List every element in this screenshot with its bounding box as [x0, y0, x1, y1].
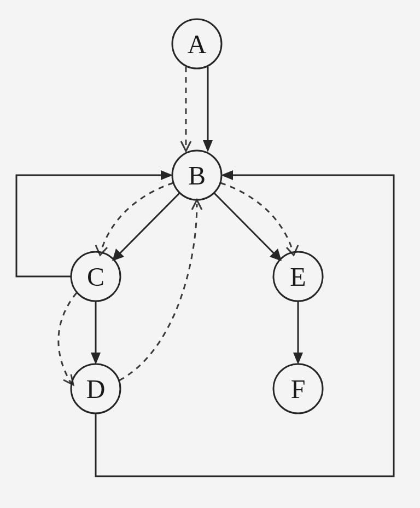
- node-B: B: [172, 151, 221, 200]
- edge-C-D-dashed: [59, 293, 77, 385]
- node-C: C: [71, 252, 120, 301]
- node-D: D: [71, 364, 120, 413]
- node-A-label: A: [188, 30, 207, 59]
- node-A: A: [172, 19, 221, 68]
- node-E: E: [273, 252, 323, 301]
- edge-A-B-dashed: [181, 67, 191, 151]
- svg-line-3: [116, 193, 180, 257]
- edge-B-C-dashed: [96, 183, 173, 255]
- svg-marker-11: [161, 170, 173, 180]
- svg-marker-12: [221, 170, 233, 180]
- node-C-label: C: [87, 262, 104, 291]
- edge-B-C-solid: [112, 193, 180, 261]
- svg-marker-8: [91, 353, 101, 365]
- node-B-label: B: [188, 161, 206, 190]
- edge-C-D-solid: [91, 301, 101, 365]
- edge-B-E-solid: [214, 193, 282, 261]
- svg-marker-1: [203, 140, 213, 152]
- edge-E-F-solid: [293, 301, 303, 365]
- edge-D-B-dashed: [119, 200, 202, 380]
- graph-diagram: A B C D E F: [0, 0, 420, 508]
- edge-B-E-dashed: [220, 183, 298, 255]
- node-D-label: D: [86, 374, 106, 403]
- svg-line-5: [214, 193, 278, 257]
- node-E-label: E: [290, 262, 306, 291]
- edge-A-B-solid: [203, 67, 213, 152]
- edge-D-B-ortho: [96, 170, 394, 476]
- node-F-label: F: [291, 374, 306, 403]
- node-F: F: [273, 364, 323, 413]
- svg-marker-10: [293, 353, 303, 365]
